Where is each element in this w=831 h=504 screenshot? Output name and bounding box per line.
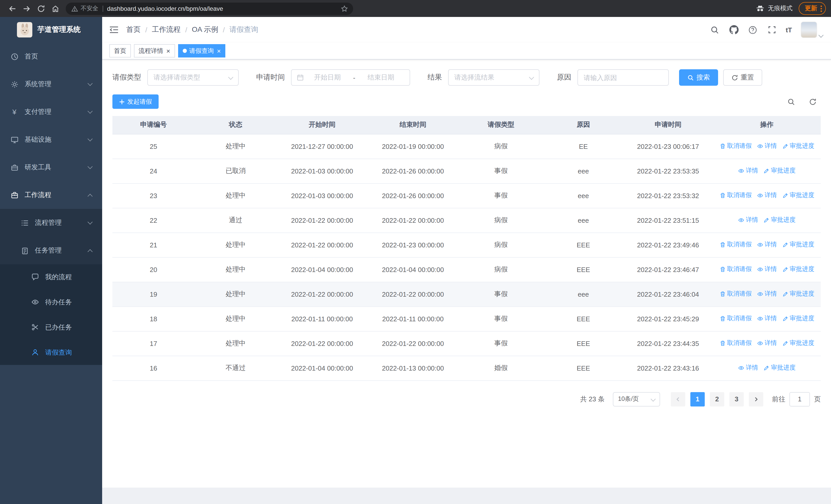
avatar[interactable] [801,22,817,38]
progress-action-link[interactable]: 审批进度 [782,339,814,348]
tab-home[interactable]: 首页 [109,44,131,58]
create-leave-button[interactable]: 发起请假 [112,94,159,109]
progress-action-link[interactable]: 审批进度 [782,142,814,151]
apply-time-range-picker[interactable]: 开始日期 - 结束日期 [291,69,410,86]
cell-end: 2022-01-23 00:00:00 [368,233,458,257]
end-date-placeholder[interactable]: 结束日期 [357,73,404,82]
detail-action-link[interactable]: 详情 [738,216,758,225]
cancel-action-link[interactable]: 取消请假 [719,290,752,298]
cell-end: 2022-01-11 00:00:00 [368,306,458,331]
reset-button[interactable]: 重置 [723,69,762,86]
sidebar-item-devtools[interactable]: 研发工具 [0,153,102,181]
progress-action-link[interactable]: 审批进度 [782,290,814,298]
eye-icon [757,192,763,199]
detail-action-link[interactable]: 详情 [757,339,777,348]
detail-action-link[interactable]: 详情 [757,314,777,323]
breadcrumb-item[interactable]: 工作流程 [152,25,181,34]
eye-icon [757,340,763,347]
help-icon[interactable] [748,25,758,35]
next-page-button[interactable] [749,392,763,406]
chevron-down-icon [651,396,656,402]
sidebar-item-home[interactable]: 首页 [0,42,102,70]
cancel-action-link[interactable]: 取消请假 [719,339,752,348]
font-size-icon[interactable]: tT [785,26,792,34]
cancel-action-link[interactable]: 取消请假 [719,265,752,274]
sidebar-item-todo-tasks[interactable]: 待办任务 [0,290,102,315]
sidebar-item-task-mgmt[interactable]: 任务管理 [0,237,102,264]
progress-action-link[interactable]: 审批进度 [763,167,796,175]
sidebar-item-done-tasks[interactable]: 已办任务 [0,315,102,340]
progress-action-link[interactable]: 审批进度 [782,265,814,274]
cancel-action-link[interactable]: 取消请假 [719,314,752,323]
chrome-right-controls: 无痕模式 更新 [755,2,826,15]
result-select[interactable]: 请选择流结果 [448,69,540,86]
breadcrumb-item[interactable]: 首页 [126,25,141,34]
cell-end: 2022-01-22 00:00:00 [368,282,458,306]
progress-action-link[interactable]: 审批进度 [763,364,796,373]
sidebar-item-workflow[interactable]: 工作流程 [0,181,102,209]
detail-action-link[interactable]: 详情 [738,364,758,373]
tab-leave-query[interactable]: 请假查询 × [178,44,225,58]
progress-action-link[interactable]: 审批进度 [782,314,814,323]
breadcrumb-item[interactable]: OA 示例 [192,25,219,34]
forward-icon[interactable] [20,1,34,16]
collapse-sidebar-icon[interactable] [109,26,119,34]
leave-type-select[interactable]: 请选择请假类型 [147,69,239,86]
detail-action-link[interactable]: 详情 [757,142,777,151]
page-button-2[interactable]: 2 [710,392,724,406]
cancel-action-link[interactable]: 取消请假 [719,191,752,200]
detail-action-link[interactable]: 详情 [757,265,777,274]
page-size-select[interactable]: 10条/页 [613,392,660,406]
sidebar-item-system[interactable]: 系统管理 [0,70,102,98]
cell-start: 2022-01-03 00:00:00 [277,183,368,208]
goto-page-input[interactable] [790,392,810,406]
table-row: 16不通过2022-01-04 00:00:002022-01-13 00:00… [112,356,821,380]
sidebar-item-my-process[interactable]: 我的流程 [0,264,102,290]
url-text[interactable]: dashboard.yudao.iocoder.cn/bpm/oa/leave [107,5,339,12]
detail-action-link[interactable]: 详情 [757,240,777,249]
cell-end: 2022-01-13 00:00:00 [368,356,458,380]
app-logo[interactable]: 芋道管理系统 [0,17,102,42]
sidebar-item-infra[interactable]: 基础设施 [0,126,102,153]
page-button-1[interactable]: 1 [690,392,705,406]
tab-process-detail[interactable]: 流程详情 × [134,44,175,58]
sidebar-item-leave-query[interactable]: 请假查询 [0,340,102,365]
home-icon[interactable] [48,1,63,16]
update-button[interactable]: 更新 [799,2,826,15]
refresh-icon[interactable] [806,95,819,108]
search-button[interactable]: 搜索 [679,69,718,86]
security-chip[interactable]: 不安全 [71,5,98,12]
progress-action-link[interactable]: 审批进度 [763,216,796,225]
address-bar[interactable]: 不安全 dashboard.yudao.iocoder.cn/bpm/oa/le… [66,2,353,14]
user-menu[interactable] [801,22,823,38]
github-icon[interactable] [728,25,739,35]
cancel-action-link[interactable]: 取消请假 [719,142,752,151]
prev-page-button[interactable] [671,392,685,406]
progress-action-link[interactable]: 审批进度 [782,191,814,200]
sidebar-item-process-mgmt[interactable]: 流程管理 [0,209,102,237]
cancel-action-link[interactable]: 取消请假 [719,240,752,249]
browser-menu-icon[interactable] [820,5,822,12]
tab-close-icon[interactable]: × [166,48,170,54]
search-toggle-icon[interactable] [785,95,797,108]
fullscreen-icon[interactable] [767,25,777,35]
search-icon[interactable] [710,25,720,35]
start-date-placeholder[interactable]: 开始日期 [304,73,351,82]
column-header: 结束时间 [368,116,458,134]
cell-id: 18 [112,306,195,331]
toolbox-icon [10,163,19,171]
reload-icon[interactable] [34,1,48,16]
page-button-3[interactable]: 3 [729,392,744,406]
cell-start: 2022-01-11 00:00:00 [277,306,368,331]
bookmark-star-icon[interactable] [339,3,350,14]
detail-action-link[interactable]: 详情 [738,167,758,175]
progress-action-link[interactable]: 审批进度 [782,240,814,249]
detail-action-link[interactable]: 详情 [757,191,777,200]
cell-type: 事假 [458,183,544,208]
eye-icon [757,316,763,322]
reason-input[interactable] [577,69,669,86]
sidebar-item-payment[interactable]: ¥ 支付管理 [0,98,102,126]
tab-close-icon[interactable]: × [217,48,221,54]
detail-action-link[interactable]: 详情 [757,290,777,298]
back-icon[interactable] [5,1,20,16]
